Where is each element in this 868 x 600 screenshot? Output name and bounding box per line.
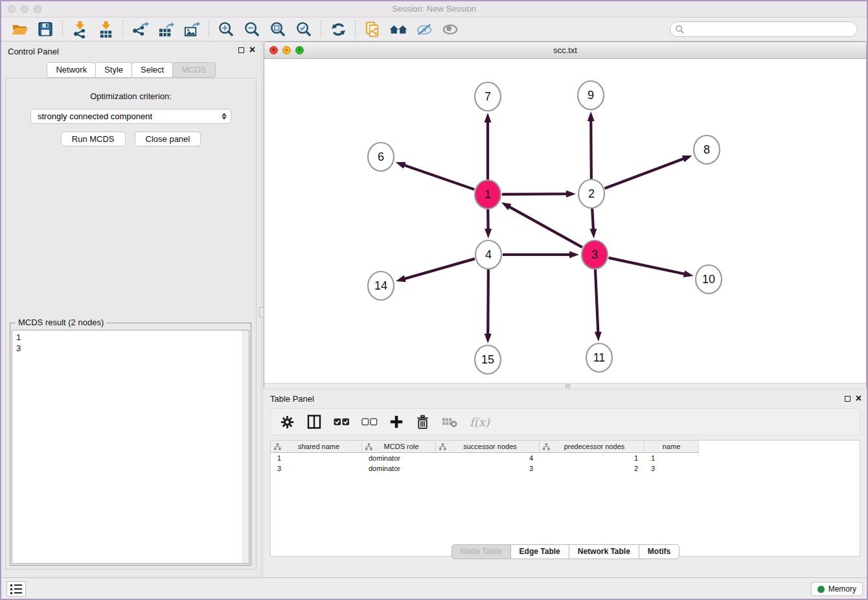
node-table[interactable]: shared nameMCDS rolesuccessor nodesprede… xyxy=(270,440,860,557)
cell-MCDS-role[interactable]: dominator xyxy=(362,463,436,474)
show-column-button[interactable] xyxy=(306,414,322,430)
tab-edge-table[interactable]: Edge Table xyxy=(510,544,569,559)
zoom-in-button[interactable] xyxy=(213,19,239,40)
graph-edge-2-3[interactable] xyxy=(592,209,593,230)
function-builder-button[interactable]: f(x) xyxy=(470,415,490,429)
task-history-button[interactable] xyxy=(6,581,26,597)
control-panel-tabs: NetworkStyleSelectMCDS xyxy=(1,62,260,78)
cell-shared-name[interactable]: 1 xyxy=(271,453,362,463)
graph-node-11[interactable]: 11 xyxy=(586,343,612,372)
optimization-dropdown[interactable]: strongly connected component xyxy=(30,109,231,124)
mcds-result-area[interactable]: 1 3 xyxy=(12,330,249,564)
network-window-title: scc.txt xyxy=(264,42,866,58)
tab-network[interactable]: Network xyxy=(47,62,96,78)
graph-edge-3-11[interactable] xyxy=(595,270,598,333)
network-zoom-button[interactable]: + xyxy=(295,46,304,54)
column-header-name[interactable]: name xyxy=(645,441,699,453)
graph-edge-1-6[interactable] xyxy=(404,165,474,190)
graph-node-1[interactable]: 1 xyxy=(475,180,501,209)
network-canvas[interactable]: 1234678910111415 xyxy=(264,59,866,383)
network-window-titlebar[interactable]: × − + scc.txt xyxy=(264,42,866,59)
zoom-fit-button[interactable] xyxy=(265,19,291,40)
graph-edge-2-8[interactable] xyxy=(605,159,685,189)
import-network-button[interactable] xyxy=(67,19,93,40)
graph-node-14[interactable]: 14 xyxy=(368,271,394,300)
save-session-button[interactable] xyxy=(32,19,58,40)
graph-node-7[interactable]: 7 xyxy=(475,82,501,111)
float-panel-button[interactable] xyxy=(238,47,244,53)
graph-edge-4-14[interactable] xyxy=(404,259,475,279)
graph-node-4[interactable]: 4 xyxy=(475,240,501,269)
show-all-networks-button[interactable] xyxy=(385,19,411,40)
table-row-0[interactable]: 1dominator411 xyxy=(271,453,860,463)
cell-predecessor-nodes[interactable]: 2 xyxy=(540,463,645,474)
cell-name[interactable]: 1 xyxy=(645,453,699,463)
run-mcds-button[interactable]: Run MCDS xyxy=(61,132,126,146)
cell-successor-nodes[interactable]: 4 xyxy=(436,453,540,463)
table-row-1[interactable]: 3dominator323 xyxy=(271,463,860,474)
close-mcds-panel-button[interactable]: Close panel xyxy=(135,132,201,146)
cell-shared-name[interactable]: 3 xyxy=(271,463,362,474)
graph-node-3[interactable]: 3 xyxy=(582,240,608,269)
export-image-button[interactable] xyxy=(179,19,205,40)
graph-node-6[interactable]: 6 xyxy=(368,143,394,171)
column-header-shared-name[interactable]: shared name xyxy=(271,441,362,453)
tab-motifs[interactable]: Motifs xyxy=(639,544,680,559)
float-table-panel-button[interactable] xyxy=(845,396,851,402)
graph-node-8[interactable]: 8 xyxy=(694,135,720,164)
open-file-button[interactable] xyxy=(6,19,32,40)
graph-svg[interactable]: 1234678910111415 xyxy=(264,59,866,383)
search-input[interactable] xyxy=(685,25,852,34)
create-column-button[interactable] xyxy=(389,415,404,429)
column-header-MCDS-role[interactable]: MCDS role xyxy=(362,441,436,453)
graph-edge-1-2[interactable] xyxy=(502,194,567,194)
network-minimize-button[interactable]: − xyxy=(282,46,291,54)
export-network-icon xyxy=(131,21,149,38)
table-settings-button[interactable] xyxy=(280,415,295,430)
zoom-window-button[interactable] xyxy=(34,5,41,13)
cell-name[interactable]: 3 xyxy=(645,463,699,474)
tab-select[interactable]: Select xyxy=(131,62,173,78)
graph-node-10[interactable]: 10 xyxy=(696,265,722,294)
search-box[interactable] xyxy=(670,21,858,37)
graph-node-2[interactable]: 2 xyxy=(578,179,604,208)
result-scrollbar[interactable] xyxy=(242,330,249,563)
cell-successor-nodes[interactable]: 3 xyxy=(436,463,540,474)
select-all-columns-button[interactable] xyxy=(334,417,350,426)
memory-button[interactable]: Memory xyxy=(811,582,863,596)
graph-edge-3-1[interactable] xyxy=(508,207,582,248)
delete-column-button[interactable] xyxy=(415,415,430,430)
graph-node-15[interactable]: 15 xyxy=(475,345,501,374)
graph-edge-3-10[interactable] xyxy=(609,258,685,274)
unselect-all-columns-button[interactable] xyxy=(361,417,378,426)
tab-network-table[interactable]: Network Table xyxy=(569,544,639,559)
clone-network-button[interactable] xyxy=(360,19,385,40)
refresh-view-button[interactable] xyxy=(325,19,351,40)
close-window-button[interactable] xyxy=(8,5,16,13)
network-hscroll-handle[interactable] xyxy=(565,384,570,388)
column-header-successor-nodes[interactable]: successor nodes xyxy=(436,441,540,453)
import-table-button[interactable] xyxy=(93,19,119,40)
window-controls[interactable] xyxy=(8,5,41,13)
hide-graphics-details-button[interactable] xyxy=(411,19,437,40)
tab-node-table[interactable]: Node Table xyxy=(451,544,511,559)
close-table-panel-button[interactable]: × xyxy=(856,395,862,402)
zoom-out-button[interactable] xyxy=(239,19,265,40)
export-table-button[interactable] xyxy=(153,19,179,40)
export-network-button[interactable] xyxy=(127,19,153,40)
graph-node-9[interactable]: 9 xyxy=(578,81,604,110)
minimize-window-button[interactable] xyxy=(21,5,29,13)
column-header-predecessor-nodes[interactable]: predecessor nodes xyxy=(540,441,645,453)
zoom-selected-button[interactable] xyxy=(291,19,317,40)
graph-edge-4-15[interactable] xyxy=(488,270,488,335)
graph-edge-2-9[interactable] xyxy=(591,120,591,179)
delete-table-button[interactable] xyxy=(442,415,458,428)
network-hscroll[interactable] xyxy=(264,383,866,388)
cell-predecessor-nodes[interactable]: 1 xyxy=(540,453,645,463)
close-panel-button[interactable]: × xyxy=(249,46,255,54)
show-graphics-details-button[interactable] xyxy=(437,19,463,40)
tab-style[interactable]: Style xyxy=(95,62,132,78)
tab-mcds[interactable]: MCDS xyxy=(172,62,215,78)
network-close-button[interactable]: × xyxy=(269,46,278,54)
cell-MCDS-role[interactable]: dominator xyxy=(362,453,436,463)
